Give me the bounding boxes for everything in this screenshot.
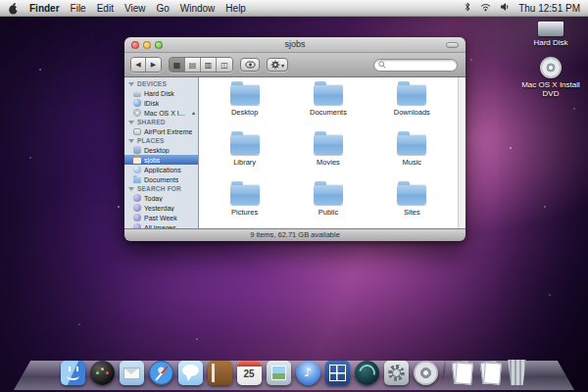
dock: 25 (0, 347, 588, 392)
list-view-button[interactable] (185, 58, 201, 72)
sidebar-item-past-week[interactable]: Past Week (124, 213, 198, 222)
desktop-icon-install-dvd[interactable]: Mac OS X Install DVD (519, 57, 582, 98)
folder-icon (230, 84, 260, 105)
install-dvd-icon (540, 57, 562, 78)
disclosure-triangle-icon (128, 187, 134, 191)
disclosure-triangle-icon (128, 121, 134, 124)
back-button[interactable] (131, 58, 146, 72)
folder-item[interactable]: Sites (370, 184, 454, 225)
disc-icon (133, 109, 141, 117)
applications-icon (133, 166, 141, 173)
folder-icon (133, 177, 141, 183)
menu-file[interactable]: File (71, 0, 86, 17)
sidebar-item-hard-disk[interactable]: Hard Disk (124, 88, 198, 98)
folder-icon (314, 134, 343, 155)
forward-button[interactable] (146, 58, 161, 72)
dock-trash-icon[interactable] (507, 360, 528, 385)
dock-preview-icon[interactable] (267, 361, 291, 385)
dock-spaces-icon[interactable] (325, 361, 350, 385)
menu-finder[interactable]: Finder (29, 0, 60, 17)
sidebar-item-idisk[interactable]: iDisk (124, 98, 198, 108)
airport-icon (133, 128, 141, 135)
sidebar-item-all-images[interactable]: All Images (124, 222, 198, 228)
dock-downloads-stack-icon[interactable] (478, 360, 502, 385)
folder-item[interactable]: Documents (286, 84, 369, 125)
dock-system-preferences-icon[interactable] (384, 361, 409, 385)
sidebar-item-documents[interactable]: Documents (124, 174, 198, 184)
smart-folder-icon (133, 194, 141, 202)
disclosure-triangle-icon (128, 82, 134, 86)
disk-icon (133, 91, 141, 97)
eject-icon[interactable] (192, 109, 195, 117)
smart-folder-icon (133, 204, 141, 212)
sidebar-item-install-dvd[interactable]: Mac OS X I... (124, 108, 198, 118)
folder-item[interactable]: Music (370, 134, 454, 175)
dock-ical-icon[interactable]: 25 (237, 361, 262, 385)
menu-help[interactable]: Help (225, 0, 246, 17)
action-button[interactable] (267, 58, 288, 72)
finder-window: sjobs DEVICES (124, 37, 466, 241)
sidebar-section-places[interactable]: PLACES (124, 136, 198, 145)
dock-itunes-icon[interactable] (296, 361, 320, 385)
dock-address-book-icon[interactable] (208, 361, 232, 385)
menu-bar: Finder File Edit View Go Window Help Thu… (0, 0, 588, 17)
sidebar-section-search-for[interactable]: SEARCH FOR (124, 184, 198, 193)
sidebar-item-airport-extreme[interactable]: AirPort Extreme (124, 126, 198, 136)
search-field[interactable] (373, 59, 458, 72)
folder-icon (230, 134, 260, 155)
sidebar-item-yesterday[interactable]: Yesterday (124, 203, 198, 213)
window-titlebar[interactable]: sjobs (124, 37, 466, 53)
column-view-button[interactable] (201, 58, 217, 72)
dock-mail-icon[interactable] (120, 361, 144, 385)
search-icon (378, 61, 386, 69)
dock-safari-icon[interactable] (149, 361, 173, 385)
folder-item[interactable]: Desktop (203, 84, 286, 125)
dock-finder-icon[interactable] (61, 361, 85, 385)
menu-clock[interactable]: Thu 12:51 PM (518, 3, 580, 14)
dock-dvd-player-icon[interactable] (414, 361, 438, 385)
quicklook-button[interactable] (240, 58, 260, 72)
sidebar-section-shared[interactable]: SHARED (124, 118, 198, 126)
folder-icon (397, 134, 426, 155)
bluetooth-icon[interactable] (464, 2, 471, 14)
search-input[interactable] (389, 60, 453, 70)
dock-dashboard-icon[interactable] (90, 361, 115, 385)
sidebar-section-devices[interactable]: DEVICES (124, 79, 198, 88)
menu-view[interactable]: View (124, 0, 146, 17)
gear-icon (270, 60, 280, 70)
folder-icon (314, 184, 343, 205)
coverflow-view-button[interactable] (217, 58, 232, 72)
sidebar-item-home[interactable]: sjobs (124, 155, 198, 165)
minimize-button[interactable] (143, 41, 151, 49)
folder-item[interactable]: Public (286, 184, 369, 225)
volume-icon[interactable] (500, 2, 510, 14)
close-button[interactable] (131, 41, 139, 49)
smart-folder-icon (133, 223, 141, 228)
desktop-icon-hard-disk[interactable]: Hard Disk (519, 22, 582, 47)
folder-icon (397, 184, 426, 205)
desktop-icon (133, 146, 141, 154)
folder-contents: Desktop Documents Downloads Library Movi… (199, 77, 466, 228)
wifi-icon[interactable] (480, 3, 491, 14)
disclosure-triangle-icon (128, 139, 134, 143)
sidebar-item-today[interactable]: Today (124, 193, 198, 203)
dock-time-machine-icon[interactable] (355, 361, 379, 385)
menu-window[interactable]: Window (180, 0, 216, 17)
apple-menu[interactable] (8, 2, 19, 15)
toolbar-toggle-button[interactable] (446, 42, 459, 48)
dock-documents-stack-icon[interactable] (450, 360, 473, 385)
icon-view-button[interactable] (170, 58, 185, 72)
folder-item[interactable]: Movies (286, 134, 369, 175)
vertical-scrollbar[interactable] (458, 77, 466, 228)
menu-go[interactable]: Go (156, 0, 169, 17)
folder-item[interactable]: Downloads (370, 84, 454, 125)
folder-item[interactable]: Library (203, 134, 286, 175)
dock-ichat-icon[interactable] (178, 361, 203, 385)
folder-item[interactable]: Pictures (203, 184, 286, 225)
sidebar-item-applications[interactable]: Applications (124, 165, 198, 174)
menu-edit[interactable]: Edit (97, 0, 114, 17)
window-title: sjobs (284, 39, 305, 49)
folder-icon (314, 84, 343, 105)
zoom-button[interactable] (155, 41, 163, 49)
eye-icon (245, 61, 256, 69)
